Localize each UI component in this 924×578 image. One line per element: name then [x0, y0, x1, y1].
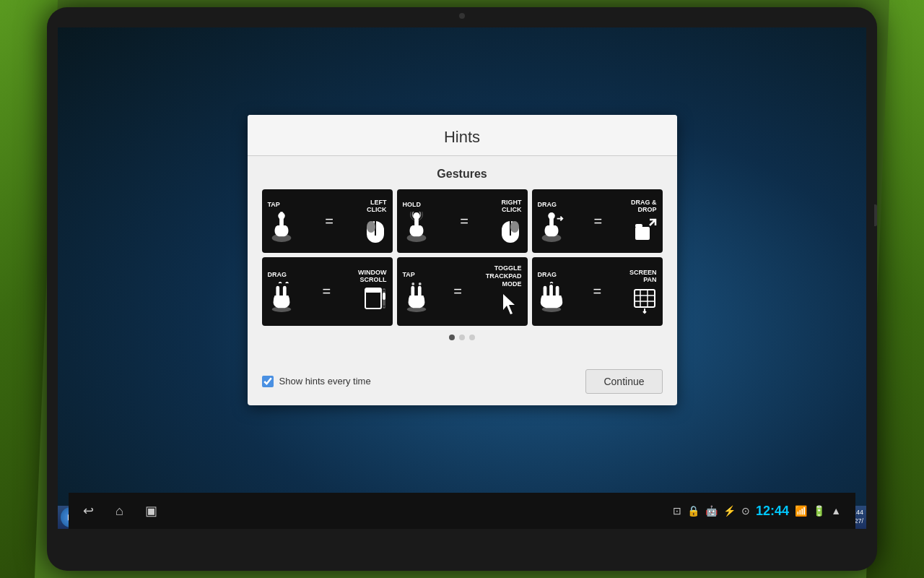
- gesture-action-drag: DRAG: [538, 201, 557, 209]
- gestures-title: Gestures: [262, 168, 663, 181]
- equals-sign-2: =: [460, 213, 468, 230]
- svg-point-18: [548, 212, 555, 220]
- result-label-trackpad: TOGGLETRACKPADMODE: [486, 264, 522, 288]
- result-label-right-click: RIGHTCLICK: [502, 199, 522, 215]
- gesture-action-tap: TAP: [268, 201, 280, 209]
- gesture-card-window-scroll: DRAG: [262, 257, 393, 325]
- android-nav-bar: ↩ ⌂ ▣ ⊡ 🔒 🤖 ⚡ ⊙ 12:44 📶 🔋 ▲: [69, 493, 855, 529]
- continue-button[interactable]: Continue: [585, 369, 662, 394]
- wifi-icon: 📶: [795, 505, 807, 517]
- two-finger-drag-icon: [268, 282, 295, 312]
- gesture-card-left-side-2: HOLD: [403, 201, 430, 242]
- hold-hand-icon: [403, 212, 430, 242]
- screen-pan-icon: [633, 287, 656, 314]
- gesture-card-trackpad: TAP: [397, 257, 528, 325]
- pagination-dot-2[interactable]: [459, 335, 465, 340]
- lock-icon: 🔒: [687, 505, 699, 517]
- gesture-action-hold: HOLD: [403, 201, 422, 209]
- drag-drop-icon: [634, 217, 657, 244]
- nav-right-status: ⊡ 🔒 🤖 ⚡ ⊙ 12:44 📶 🔋 ▲: [673, 504, 841, 519]
- gesture-card-drag-drop: DRAG =: [532, 189, 663, 253]
- battery-icon: 🔋: [813, 505, 825, 517]
- dialog-title: Hints: [262, 128, 663, 147]
- pagination-dot-3[interactable]: [469, 335, 475, 340]
- gesture-result-right-click: RIGHTCLICK: [499, 199, 522, 245]
- svg-rect-20: [635, 224, 642, 228]
- android-icon: 🤖: [705, 505, 718, 517]
- svg-rect-19: [635, 227, 650, 240]
- result-label-window-scroll: WINDOWSCROLL: [358, 269, 387, 285]
- home-button[interactable]: ⌂: [116, 504, 123, 519]
- gesture-card-left-side-6: DRAG: [538, 271, 565, 312]
- gesture-card-screen-pan: DRAG =: [532, 257, 663, 325]
- svg-rect-17: [549, 217, 554, 232]
- side-button: [874, 204, 877, 226]
- two-finger-tap-icon: [403, 282, 430, 312]
- dialog-overlay: Hints Gestures TAP: [58, 27, 866, 493]
- back-button[interactable]: ↩: [83, 503, 94, 519]
- usb-icon: ⚡: [723, 505, 736, 517]
- equals-sign-1: =: [325, 213, 334, 230]
- show-hints-row: Show hints every time: [262, 376, 371, 387]
- dialog-body: Gestures TAP: [248, 156, 677, 361]
- gesture-card-tap-left: TAP: [262, 189, 393, 253]
- drag-hand-icon: [538, 212, 565, 242]
- gesture-action-drag-2: DRAG: [268, 271, 287, 279]
- show-hints-checkbox[interactable]: [262, 376, 274, 387]
- gesture-result-screen-pan: SCREENPAN: [629, 269, 657, 315]
- svg-rect-37: [635, 290, 655, 307]
- equals-sign-6: =: [593, 283, 601, 300]
- gesture-action-tap-2: TAP: [403, 271, 415, 279]
- camera-bump: [459, 13, 465, 19]
- svg-rect-7: [367, 221, 375, 233]
- gesture-card-left-side-5: TAP: [403, 271, 430, 312]
- equals-sign-4: =: [322, 283, 331, 300]
- dialog-header: Hints: [248, 115, 677, 156]
- gesture-card-left-side-3: DRAG: [538, 201, 565, 242]
- result-label-left-click: LEFTCLICK: [367, 199, 387, 215]
- svg-point-32: [418, 282, 421, 285]
- recents-button[interactable]: ▣: [145, 503, 157, 519]
- svg-rect-27: [383, 293, 385, 300]
- gestures-grid: TAP: [262, 189, 663, 325]
- result-label-screen-pan: SCREENPAN: [629, 269, 657, 285]
- equals-sign-5: =: [453, 283, 462, 300]
- tap-hand-icon: [268, 212, 295, 242]
- hints-dialog: Hints Gestures TAP: [248, 115, 677, 405]
- svg-point-31: [411, 282, 414, 285]
- result-label-drag-drop: DRAG &DROP: [631, 199, 657, 215]
- gesture-card-left-side-4: DRAG: [268, 271, 295, 312]
- scroll-icon: [364, 287, 387, 314]
- nav-left-icons: ↩ ⌂ ▣: [83, 503, 157, 519]
- pagination-dot-1[interactable]: [449, 335, 455, 340]
- gesture-card-left-side: TAP: [268, 201, 295, 242]
- show-hints-label: Show hints every time: [279, 376, 371, 387]
- tablet-frame: ⊞ 🌐 📁 🌊 ▶ EN 🔊 📶 12:44 6/27/: [47, 7, 877, 571]
- gesture-result-trackpad: TOGGLETRACKPADMODE: [486, 264, 522, 318]
- svg-rect-15: [510, 221, 519, 233]
- gesture-result-drag-drop: DRAG &DROP: [631, 199, 657, 245]
- cursor-icon: [499, 291, 522, 319]
- speedometer-icon: ⊙: [741, 505, 750, 517]
- mouse-right-icon: [499, 217, 522, 244]
- dialog-footer: Show hints every time Continue: [248, 362, 677, 405]
- gesture-result-window-scroll: WINDOWSCROLL: [358, 269, 387, 315]
- scroll-up-icon[interactable]: ▲: [831, 505, 841, 517]
- gesture-card-hold-right: HOLD: [397, 189, 528, 253]
- gesture-result-left-click: LEFTCLICK: [364, 199, 387, 245]
- gesture-action-drag-3: DRAG: [538, 271, 557, 279]
- mouse-left-icon: [364, 217, 387, 244]
- screenshot-icon: ⊡: [673, 505, 681, 517]
- three-finger-drag-icon: [538, 282, 565, 312]
- svg-rect-25: [365, 288, 381, 293]
- android-clock: 12:44: [756, 504, 789, 519]
- pagination-dots: [262, 335, 663, 340]
- equals-sign-3: =: [593, 213, 602, 230]
- tablet-screen: ⊞ 🌐 📁 🌊 ▶ EN 🔊 📶 12:44 6/27/: [58, 27, 866, 529]
